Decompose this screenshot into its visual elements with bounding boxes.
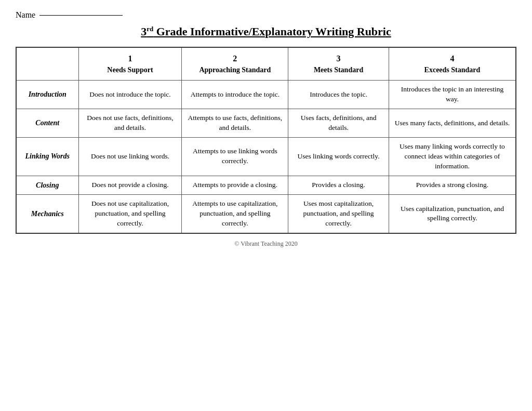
superscript: rd xyxy=(147,25,153,33)
row-1-col3: Uses facts, definitions, and details. xyxy=(288,109,389,138)
rubric-table: 1 Needs Support 2 Approaching Standard 3… xyxy=(16,47,516,233)
row-2-col3: Uses linking words correctly. xyxy=(288,137,389,176)
row-4-col3: Uses most capitalization, punctuation, a… xyxy=(288,195,389,233)
name-label: Name xyxy=(16,10,35,20)
header-col2: 2 Approaching Standard xyxy=(182,47,288,80)
row-4-col4: Uses capitalization, punctuation, and sp… xyxy=(389,195,516,233)
row-0-col2: Attempts to introduce the topic. xyxy=(182,81,288,109)
name-underline xyxy=(39,15,123,16)
row-3-col4: Provides a strong closing. xyxy=(389,176,516,195)
header-empty xyxy=(16,47,78,80)
header-col4: 4 Exceeds Standard xyxy=(389,47,516,80)
header-col1: 1 Needs Support xyxy=(78,47,182,80)
row-4-col2: Attempts to use capitalization, punctuat… xyxy=(182,195,288,233)
row-1-col4: Uses many facts, definitions, and detail… xyxy=(389,109,516,138)
table-row: Linking Words Does not use linking words… xyxy=(16,137,516,176)
footer: © Vibrant Teaching 2020 xyxy=(16,240,516,248)
table-row: Introduction Does not introduce the topi… xyxy=(16,81,516,109)
table-row: Closing Does not provide a closing. Atte… xyxy=(16,176,516,195)
name-field: Name xyxy=(16,10,516,20)
row-2-col4: Uses many linking words correctly to con… xyxy=(389,137,516,176)
table-row: Mechanics Does not use capitalization, p… xyxy=(16,195,516,233)
row-1-col2: Attempts to use facts, definitions, and … xyxy=(182,109,288,138)
row-2-col1: Does not use linking words. xyxy=(78,137,182,176)
row-1-col1: Does not use facts, definitions, and det… xyxy=(78,109,182,138)
header-row: 1 Needs Support 2 Approaching Standard 3… xyxy=(16,47,516,80)
row-label-2: Linking Words xyxy=(16,137,78,176)
row-3-col3: Provides a closing. xyxy=(288,176,389,195)
row-label-4: Mechanics xyxy=(16,195,78,233)
row-0-col4: Introduces the topic in an interesting w… xyxy=(389,81,516,109)
row-2-col2: Attempts to use linking words correctly. xyxy=(182,137,288,176)
row-3-col1: Does not provide a closing. xyxy=(78,176,182,195)
row-label-3: Closing xyxy=(16,176,78,195)
row-0-col1: Does not introduce the topic. xyxy=(78,81,182,109)
row-label-1: Content xyxy=(16,109,78,138)
row-label-0: Introduction xyxy=(16,81,78,109)
row-4-col1: Does not use capitalization, punctuation… xyxy=(78,195,182,233)
header-col3: 3 Meets Standard xyxy=(288,47,389,80)
row-3-col2: Attempts to provide a closing. xyxy=(182,176,288,195)
table-row: Content Does not use facts, definitions,… xyxy=(16,109,516,138)
row-0-col3: Introduces the topic. xyxy=(288,81,389,109)
page-title: 3rd Grade Informative/Explanatory Writin… xyxy=(16,25,516,38)
